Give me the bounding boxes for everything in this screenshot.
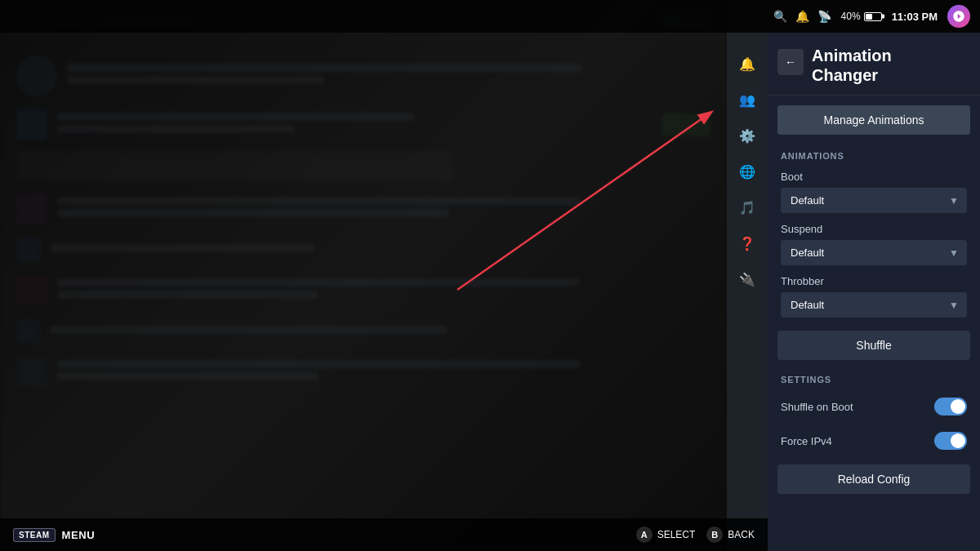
b-button: B: [706, 527, 723, 543]
settings-section-label: SETTINGS: [768, 368, 980, 389]
sidebar-icon-notifications[interactable]: 🔔: [733, 49, 762, 78]
throbber-animation-item: Throbber Default ▼: [768, 270, 980, 322]
force-ipv4-toggle[interactable]: [934, 432, 967, 450]
battery-icon: [864, 12, 882, 21]
boot-select-wrapper: Default ▼: [781, 188, 967, 213]
broadcast-icon[interactable]: 📡: [817, 10, 831, 23]
back-control: B BACK: [706, 527, 755, 543]
back-label: BACK: [728, 529, 755, 540]
sidebar-icon-friends[interactable]: 👥: [733, 85, 762, 114]
battery-percent-label: 40%: [841, 11, 861, 22]
top-bar: 🔍 🔔 📡 40% 11:03 PM: [0, 0, 980, 33]
reload-config-button[interactable]: Reload Config: [777, 464, 970, 494]
shuffle-on-boot-item: Shuffle on Boot: [768, 389, 980, 424]
status-icons: 🔍 🔔 📡: [773, 10, 831, 23]
user-avatar[interactable]: [947, 5, 970, 28]
throbber-select-wrapper: Default ▼: [781, 292, 967, 318]
battery-indicator: 40%: [841, 11, 882, 22]
force-ipv4-knob: [951, 433, 965, 448]
bottom-controls: A SELECT B BACK: [636, 527, 755, 543]
force-ipv4-item: Force IPv4: [768, 424, 980, 458]
a-button: A: [636, 527, 653, 543]
sidebar-icon-settings[interactable]: ⚙️: [733, 121, 762, 150]
panel-title-text: Animation Changer: [812, 46, 892, 85]
panel-title: Animation Changer: [812, 46, 892, 85]
search-icon[interactable]: 🔍: [773, 10, 787, 23]
clock-display: 11:03 PM: [892, 11, 938, 23]
boot-label: Boot: [781, 171, 967, 183]
boot-select[interactable]: Default: [781, 188, 967, 213]
sidebar-icon-power[interactable]: 🔌: [733, 264, 762, 294]
select-label: SELECT: [657, 529, 696, 540]
shuffle-button[interactable]: Shuffle: [777, 331, 970, 360]
suspend-select-wrapper: Default ▼: [781, 240, 967, 265]
shuffle-on-boot-knob: [951, 399, 965, 414]
bottom-bar: STEAM MENU A SELECT B BACK: [0, 518, 768, 551]
animations-section-label: ANIMATIONS: [768, 144, 980, 166]
suspend-select[interactable]: Default: [781, 240, 967, 265]
force-ipv4-label: Force IPv4: [781, 435, 832, 447]
select-control: A SELECT: [636, 527, 696, 543]
shuffle-on-boot-label: Shuffle on Boot: [781, 401, 853, 413]
shuffle-on-boot-toggle[interactable]: [934, 398, 967, 415]
panel-header: ← Animation Changer: [768, 33, 980, 96]
back-button[interactable]: ←: [777, 49, 804, 75]
sidebar-icon-store[interactable]: 🌐: [733, 157, 762, 186]
throbber-select[interactable]: Default: [781, 292, 967, 318]
sidebar-icon-media[interactable]: 🎵: [733, 193, 762, 222]
sidebar-icon-panel: 🔔 👥 ⚙️ 🌐 🎵 ❓ 🔌: [727, 33, 768, 551]
boot-animation-item: Boot Default ▼: [768, 166, 980, 218]
throbber-label: Throbber: [781, 275, 967, 287]
menu-label: MENU: [62, 529, 96, 541]
background-area: [0, 0, 727, 551]
animation-changer-panel: ← Animation Changer Manage Animations AN…: [768, 33, 980, 551]
sidebar-icon-help[interactable]: ❓: [733, 229, 762, 258]
back-icon: ←: [785, 56, 796, 69]
steam-badge: STEAM: [13, 528, 56, 542]
suspend-label: Suspend: [781, 223, 967, 235]
manage-animations-button[interactable]: Manage Animations: [777, 105, 970, 135]
suspend-animation-item: Suspend Default ▼: [768, 218, 980, 270]
notification-icon[interactable]: 🔔: [795, 10, 809, 23]
